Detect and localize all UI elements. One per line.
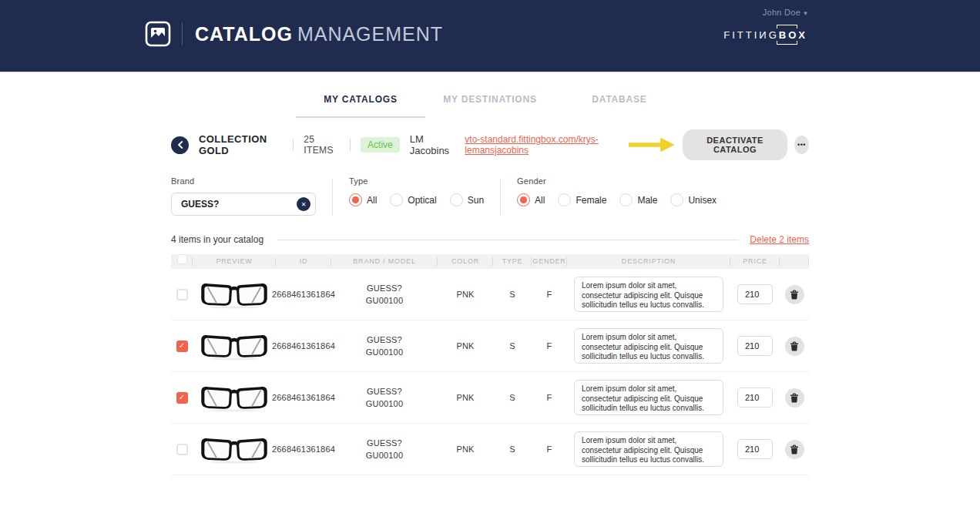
brand-label: Brand bbox=[171, 176, 316, 186]
type-filter: Type All Optical Sun bbox=[349, 176, 484, 216]
tab-database[interactable]: DATABASE bbox=[555, 85, 684, 118]
item-description-input[interactable]: Lorem ipsum dolor sit amet, consectetur … bbox=[574, 380, 723, 415]
item-brand: GUESS? bbox=[366, 282, 404, 295]
fittingbox-logo-bo: BO bbox=[779, 29, 799, 41]
item-description-input[interactable]: Lorem ipsum dolor sit amet, consectetur … bbox=[574, 277, 723, 312]
table-row: ✓ 2668461361864 GUESS?GU00100 PNK S F Lo… bbox=[171, 269, 809, 320]
item-price-input[interactable] bbox=[737, 387, 773, 408]
items-summary-row: 4 items in your catalog Delete 2 items bbox=[171, 234, 809, 245]
more-options-button[interactable]: ••• bbox=[794, 136, 809, 154]
check-icon: ✓ bbox=[179, 342, 185, 350]
table-row: ✓ 2668461361864 GUESS?GU00100 PNK S F Lo… bbox=[171, 320, 809, 372]
tab-my-destinations[interactable]: MY DESTINATIONS bbox=[425, 85, 555, 118]
radio-icon bbox=[450, 193, 463, 206]
item-id: 2668461361864 bbox=[276, 288, 331, 301]
item-gender: F bbox=[532, 288, 567, 301]
main-tabs: MY CATALOGS MY DESTINATIONS DATABASE bbox=[171, 85, 809, 118]
table-header: PREVIEW ID BRAND / MODEL COLOR TYPE GEND… bbox=[171, 254, 809, 269]
catalog-app-icon bbox=[145, 21, 171, 47]
item-color: PNK bbox=[438, 340, 493, 353]
radio-type-all[interactable]: All bbox=[349, 193, 377, 206]
divider bbox=[277, 240, 739, 240]
header-type: TYPE bbox=[493, 254, 532, 269]
collection-url-link[interactable]: vto-standard.fittingbox.com/krys-lemansj… bbox=[465, 134, 628, 156]
divider bbox=[500, 179, 501, 215]
item-brand: GUESS? bbox=[366, 437, 404, 450]
delete-item-button[interactable] bbox=[785, 388, 804, 408]
item-description-input[interactable]: Lorem ipsum dolor sit amet, consectetur … bbox=[574, 431, 723, 467]
collection-items-count: 25 ITEMS bbox=[304, 134, 340, 156]
fittingbox-logo-prefix: FITTIИG bbox=[723, 29, 779, 41]
trash-icon bbox=[790, 290, 799, 300]
divider bbox=[182, 22, 183, 45]
tab-my-catalogs[interactable]: MY CATALOGS bbox=[296, 85, 425, 118]
delete-items-link[interactable]: Delete 2 items bbox=[750, 234, 809, 245]
header-color: COLOR bbox=[438, 254, 493, 269]
header-price: PRICE bbox=[730, 254, 780, 269]
item-price-input[interactable] bbox=[737, 439, 773, 459]
divider bbox=[332, 179, 333, 215]
item-id: 2668461361864 bbox=[276, 391, 331, 404]
radio-label: All bbox=[367, 195, 377, 206]
radio-icon bbox=[558, 193, 571, 206]
table-row: ✓ 2668461361864 GUESS?GU00100 PNK S F Lo… bbox=[171, 372, 809, 424]
delete-item-button[interactable] bbox=[785, 285, 804, 304]
item-price-input[interactable] bbox=[737, 336, 773, 356]
item-brand-model: GUESS?GU00100 bbox=[331, 437, 438, 462]
radio-gender-male[interactable]: Male bbox=[619, 193, 657, 206]
item-brand-model: GUESS?GU00100 bbox=[331, 282, 438, 307]
item-description-input[interactable]: Lorem ipsum dolor sit amet, consectetur … bbox=[574, 328, 723, 364]
row-checkbox[interactable]: ✓ bbox=[176, 444, 188, 455]
item-gender: F bbox=[532, 443, 567, 456]
page-title: CATALOGMANAGEMENT bbox=[195, 23, 443, 45]
radio-label: Optical bbox=[408, 195, 436, 206]
row-checkbox[interactable]: ✓ bbox=[176, 289, 188, 300]
brand-input[interactable] bbox=[171, 193, 316, 216]
collection-name: LM Jacobins bbox=[410, 133, 457, 156]
delete-item-button[interactable] bbox=[785, 440, 804, 459]
select-all-checkbox[interactable] bbox=[177, 254, 187, 264]
back-button[interactable] bbox=[171, 136, 189, 154]
item-price-input[interactable] bbox=[737, 284, 773, 304]
radio-type-optical[interactable]: Optical bbox=[390, 193, 436, 206]
radio-icon bbox=[390, 193, 403, 206]
radio-gender-all[interactable]: All bbox=[517, 193, 545, 206]
header-gender: GENDER bbox=[532, 254, 567, 269]
radio-label: Female bbox=[576, 195, 606, 206]
catalog-table: PREVIEW ID BRAND / MODEL COLOR TYPE GEND… bbox=[171, 254, 809, 475]
glasses-preview bbox=[200, 434, 269, 464]
gender-filter: Gender All Female Male Unisex bbox=[517, 176, 717, 216]
radio-label: Sun bbox=[468, 195, 484, 206]
brand-filter: Brand ✕ bbox=[171, 176, 316, 216]
item-model: GU00100 bbox=[366, 346, 404, 359]
delete-item-button[interactable] bbox=[785, 337, 804, 356]
header-preview: PREVIEW bbox=[193, 254, 276, 269]
glasses-preview bbox=[200, 331, 269, 361]
radio-icon bbox=[349, 193, 362, 206]
radio-label: Male bbox=[637, 195, 657, 206]
radio-label: Unisex bbox=[688, 195, 717, 206]
item-brand: GUESS? bbox=[366, 334, 404, 347]
app-header: John Doe▾ CATALOGMANAGEMENT FITTIИGBOX bbox=[0, 0, 980, 72]
item-gender: F bbox=[532, 340, 567, 353]
radio-gender-female[interactable]: Female bbox=[558, 193, 606, 206]
deactivate-catalog-button[interactable]: DEACTIVATE CATALOG bbox=[683, 129, 787, 160]
row-checkbox[interactable]: ✓ bbox=[176, 392, 188, 404]
radio-icon bbox=[517, 193, 530, 206]
trash-icon bbox=[790, 393, 799, 403]
clear-icon[interactable]: ✕ bbox=[297, 197, 310, 211]
chevron-down-icon: ▾ bbox=[804, 9, 807, 17]
table-row: ✓ 2668461361864 GUESS?GU00100 PNK S F Lo… bbox=[171, 424, 809, 475]
radio-type-sun[interactable]: Sun bbox=[450, 193, 484, 206]
gender-label: Gender bbox=[517, 176, 717, 186]
user-menu[interactable]: John Doe▾ bbox=[763, 8, 807, 17]
header-brand-model: BRAND / MODEL bbox=[331, 254, 438, 269]
header-select-all bbox=[171, 254, 193, 269]
item-model: GU00100 bbox=[366, 398, 404, 411]
item-gender: F bbox=[532, 391, 567, 404]
check-icon: ✓ bbox=[179, 394, 185, 401]
row-checkbox[interactable]: ✓ bbox=[176, 341, 188, 352]
radio-gender-unisex[interactable]: Unisex bbox=[670, 193, 717, 206]
radio-icon bbox=[619, 193, 633, 206]
status-badge: Active bbox=[361, 137, 400, 153]
